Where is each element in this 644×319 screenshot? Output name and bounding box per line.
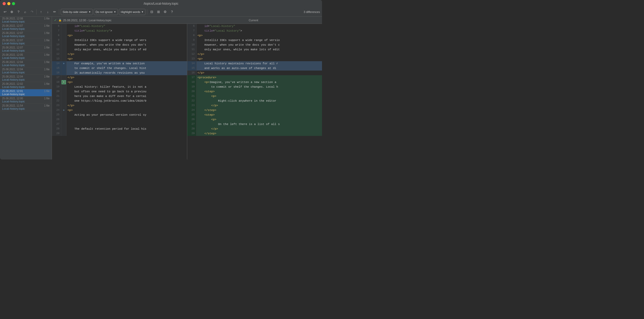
prev-diff-button[interactable]: ↑	[38, 9, 44, 15]
left-line-12: 12 </p>	[52, 52, 187, 57]
right-line-23: 23 </p>	[187, 103, 322, 108]
viewer-dropdown-label: Side-by-side viewer	[63, 10, 88, 13]
diff-viewers: 6 id="Local-history" 7 title="Local hist…	[52, 24, 322, 160]
left-line-28: 28 The default retention period for loca…	[52, 127, 187, 131]
left-line-9: 9 IntelliJ IDEs support a wide range of …	[52, 38, 187, 43]
left-line-29: 29	[52, 131, 187, 136]
left-line-27: 27	[52, 122, 187, 127]
forward-button[interactable]: ↷	[29, 9, 35, 15]
divider-1	[36, 9, 37, 15]
sidebar-file-count-8: 1 file	[44, 75, 50, 78]
sidebar-item-4[interactable]: 25.08.2022, 12:07 1 file Local-history.t…	[0, 46, 52, 53]
sidebar-name-12: Local-history.topic	[2, 107, 50, 110]
main-window: /topics/Local-history.topic ↩ ⊕ ? ⌕ ↷ ↑ …	[0, 0, 322, 160]
sidebar-file-count-7: 1 file	[44, 68, 50, 71]
main-content: 25.08.2022, 12:08 1 file Local-history.t…	[0, 17, 322, 160]
ignore-dropdown[interactable]: Do not ignore ▼	[94, 9, 118, 15]
edit-button[interactable]: ✏	[52, 9, 57, 15]
sidebar-date-3: 25.08.2022, 12:07	[2, 39, 23, 42]
sidebar-item-10[interactable]: 25.08.2022, 12:01 1 file Local-history.t…	[0, 89, 52, 96]
left-line-22: 22 one https://blog.jetbrains.com/idea/2…	[52, 99, 187, 103]
sidebar-name-3: Local-history.topic	[2, 42, 50, 45]
sidebar-item-1[interactable]: 25.08.2022, 12:07 1 file Local-history.t…	[0, 24, 52, 31]
find-button[interactable]: ⌕	[22, 9, 28, 15]
divider-2	[59, 9, 59, 15]
sidebar-item-3[interactable]: 25.08.2022, 12:07 1 file Local-history.t…	[0, 38, 52, 46]
undo-button[interactable]: ↩	[2, 9, 8, 15]
sidebar-item-5[interactable]: 25.08.2022, 12:05 1 file Local-history.t…	[0, 53, 52, 60]
sidebar-date-1: 25.08.2022, 12:07	[2, 24, 23, 27]
sidebar-file-count-1: 1 file	[44, 24, 50, 27]
maximize-button[interactable]	[12, 2, 15, 5]
diff-viewer-right[interactable]: 6 id="Local-history" 7 title="Local hist…	[187, 24, 322, 160]
traffic-lights	[3, 2, 15, 5]
right-line-8: 8 <p>	[187, 33, 322, 38]
title-bar: /topics/Local-history.topic	[0, 0, 322, 7]
sidebar-item-6[interactable]: 25.08.2022, 12:04 1 file Local-history.t…	[0, 60, 52, 67]
sidebar-item-7[interactable]: 25.08.2022, 12:04 1 file Local-history.t…	[0, 67, 52, 75]
chevron-down-icon-3: ▼	[141, 11, 144, 13]
diff-viewer-left[interactable]: 6 id="Local-history" 7 title="Local hist…	[52, 24, 187, 160]
left-line-6: 6 id="Local-history"	[52, 24, 187, 29]
right-line-27: 27 On the left there is a list of all s	[187, 122, 322, 127]
minimize-button[interactable]	[7, 2, 10, 5]
diff-panel: ✓ 🔒 25.08.2022, 12:00 - Local-history.to…	[52, 17, 322, 160]
sidebar-name-4: Local-history.topic	[2, 49, 50, 52]
right-line-19: 19 to commit or shelf the changes. Local…	[187, 85, 322, 89]
sidebar-file-count-5: 1 file	[44, 53, 50, 56]
lock-icon: 🔒	[58, 19, 62, 22]
right-line-29: 29 </step>	[187, 131, 322, 136]
sidebar-item-9[interactable]: 25.08.2022, 12:02 1 file Local-history.t…	[0, 82, 52, 89]
highlight-dropdown[interactable]: Highlight words ▼	[119, 9, 145, 15]
help-button[interactable]: ?	[16, 9, 21, 15]
right-line-25: 25 <step>	[187, 113, 322, 117]
next-diff-button[interactable]: ↓	[45, 9, 51, 15]
sidebar-file-count-4: 1 file	[44, 46, 50, 49]
right-line-10: 10 However, when you write the docs you …	[187, 43, 322, 47]
right-line-18: 18 <p>Imagine, you've written a new sect…	[187, 80, 322, 85]
viewer-dropdown[interactable]: Side-by-side viewer ▼	[61, 9, 93, 15]
help2-button[interactable]: ?	[169, 9, 175, 15]
sidebar-name-0: Local-history.topic	[2, 20, 50, 23]
left-line-10: 10 However, when you write the docs you …	[52, 43, 187, 47]
sidebar-item-0[interactable]: 25.08.2022, 12:08 1 file Local-history.t…	[0, 17, 52, 24]
differences-count: 3 differences	[304, 10, 320, 13]
diff-left-title: 25.08.2022, 12:00 - Local-history.topic	[63, 19, 111, 22]
sidebar-date-8: 25.08.2022, 12:04	[2, 75, 23, 78]
diff-header-left: ✓ 🔒 25.08.2022, 12:00 - Local-history.to…	[54, 18, 187, 22]
right-line-14: 14 Local history maintains revisions for…	[187, 61, 322, 66]
sidebar-item-2[interactable]: 25.08.2022, 12:07 1 file Local-history.t…	[0, 31, 52, 38]
sidebar-item-8[interactable]: 25.08.2022, 12:04 1 file Local-history.t…	[0, 75, 52, 82]
close-button[interactable]	[3, 2, 6, 5]
right-line-13: 13 <p>	[187, 57, 322, 61]
right-line-7: 7 title="Local history">	[187, 29, 322, 33]
right-line-24: 24 </step>	[187, 108, 322, 113]
right-line-26: 26 <p>	[187, 117, 322, 122]
right-line-17: 17 <procedure>	[187, 75, 322, 80]
sidebar-date-11: 25.08.2022, 12:00	[2, 97, 23, 100]
left-line-13: 13 <p>	[52, 57, 187, 61]
copy-button[interactable]: ⊕	[9, 9, 15, 15]
sidebar-item-11[interactable]: 25.08.2022, 12:00 1 file Local-history.t…	[0, 96, 52, 104]
right-line-6: 6 id="Local-history"	[187, 24, 322, 29]
left-line-24: 24 » <p>	[52, 108, 187, 113]
align-button[interactable]: ⊟	[149, 9, 155, 15]
sidebar-item-12[interactable]: 25.08.2022, 11:54 1 file Local-history.t…	[0, 104, 52, 111]
columns-button[interactable]: ⊞	[156, 9, 161, 15]
diff-header: ✓ 🔒 25.08.2022, 12:00 - Local-history.to…	[52, 17, 322, 24]
left-line-21: 21 here you can make a diff even for a c…	[52, 94, 187, 99]
right-line-21: 21 <p>	[187, 94, 322, 99]
settings-button[interactable]: ⚙	[162, 9, 168, 15]
left-line-8: 8 <p>	[52, 33, 187, 38]
right-line-12: 12 </p>	[187, 52, 322, 57]
accept-arrow-button[interactable]: »	[62, 80, 66, 84]
highlight-dropdown-label: Highlight words	[121, 10, 140, 13]
sidebar-name-2: Local-history.topic	[2, 34, 50, 38]
sidebar-file-count-10: 1 file	[44, 90, 50, 93]
chevron-down-icon: ▼	[89, 11, 91, 13]
left-line-19: 19 Local history: killer feature, it is …	[52, 85, 187, 89]
left-line-16: 16 It automatically records revisions as…	[52, 71, 187, 75]
sidebar-date-10: 25.08.2022, 12:01	[2, 90, 23, 93]
sidebar-file-count-12: 1 file	[44, 104, 50, 107]
sidebar-date-12: 25.08.2022, 11:54	[2, 104, 23, 107]
